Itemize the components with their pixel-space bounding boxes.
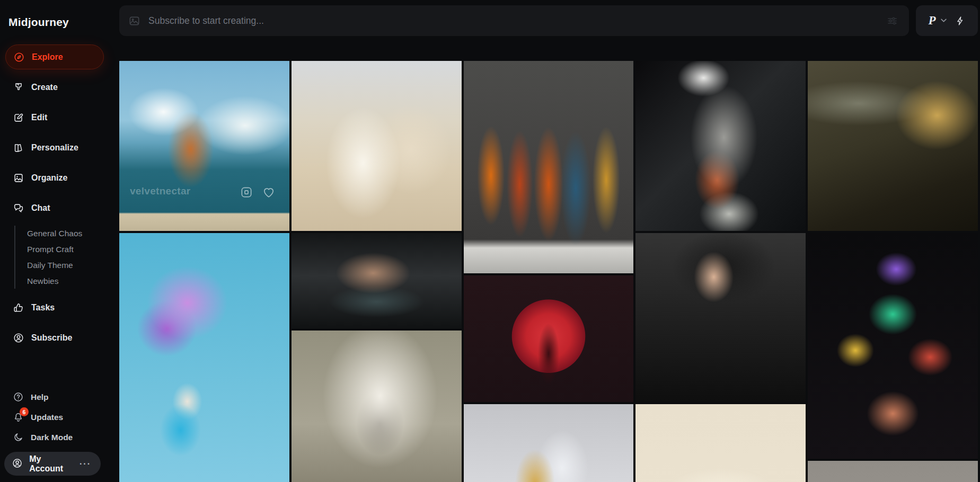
artwork-tile[interactable] (464, 61, 634, 273)
artwork-tile[interactable]: velvetnectar (119, 61, 289, 231)
sidebar-item-label: Subscribe (31, 333, 72, 343)
user-circle-icon (13, 332, 24, 344)
artwork-tile[interactable] (292, 233, 462, 328)
image-icon[interactable] (128, 15, 140, 27)
sidebar-item-label: Create (31, 83, 58, 92)
sidebar-item-label: Updates (31, 413, 63, 422)
tile-actions (240, 185, 276, 199)
sidebar: Midjourney Explore Create Edit Personali… (0, 0, 119, 482)
sidebar-footer: Help 6 Updates Dark Mode My Account ··· (0, 389, 119, 476)
sidebar-item-label: Personalize (31, 143, 78, 153)
user-circle-icon (12, 458, 23, 470)
artwork-tile[interactable] (635, 61, 806, 231)
artwork-tile[interactable] (808, 233, 978, 459)
main-content: P velvetnectar (119, 0, 980, 482)
my-account-button[interactable]: My Account ··· (4, 452, 101, 476)
chat-channel-general-chaos[interactable]: General Chaos (27, 228, 119, 239)
sliders-icon[interactable] (886, 15, 898, 27)
sidebar-item-personalize[interactable]: Personalize (5, 135, 104, 160)
sidebar-item-help[interactable]: Help (0, 389, 119, 405)
chat-channel-newbies[interactable]: Newbies (27, 275, 119, 287)
updates-badge: 6 (20, 407, 29, 416)
artwork-tile[interactable] (292, 331, 462, 482)
question-circle-icon (13, 391, 24, 403)
moon-icon (13, 432, 24, 443)
sidebar-item-explore[interactable]: Explore (5, 44, 104, 69)
chat-bubbles-icon (13, 202, 24, 214)
sidebar-item-label: Explore (32, 52, 63, 62)
sidebar-item-label: Edit (31, 113, 47, 122)
artwork-tile[interactable] (808, 461, 978, 482)
chat-channel-list: General Chaos Prompt Craft Daily Theme N… (14, 226, 119, 289)
my-account-label: My Account (29, 454, 73, 474)
artwork-tile[interactable] (635, 233, 806, 402)
artwork-tile[interactable] (119, 233, 289, 482)
gallery-column (635, 61, 806, 482)
sidebar-item-label: Tasks (31, 303, 55, 313)
gallery-column: velvetnectar (119, 61, 289, 482)
sidebar-item-tasks[interactable]: Tasks (5, 295, 104, 320)
sidebar-item-label: Help (31, 392, 49, 402)
app-title: Midjourney (8, 16, 119, 29)
chat-channel-daily-theme[interactable]: Daily Theme (27, 260, 119, 271)
more-options-icon[interactable]: ··· (80, 459, 91, 469)
artwork-tile[interactable] (808, 61, 978, 231)
frame-icon[interactable] (240, 185, 253, 199)
chevron-down-icon (941, 19, 947, 23)
sidebar-item-label: Organize (31, 173, 67, 183)
artwork-tile[interactable] (464, 404, 634, 482)
prompt-bar[interactable] (119, 5, 909, 36)
prompt-input[interactable] (148, 15, 878, 26)
thumbs-up-icon (13, 302, 24, 314)
gallery-column (292, 61, 462, 482)
sidebar-item-label: Chat (31, 203, 50, 213)
sidebar-item-updates[interactable]: 6 Updates (0, 409, 119, 425)
gallery-column (808, 61, 978, 482)
paintbrush-icon (13, 82, 24, 93)
chat-channel-prompt-craft[interactable]: Prompt Craft (27, 244, 119, 255)
sidebar-item-chat[interactable]: Chat (5, 195, 104, 220)
artwork-tile[interactable] (464, 275, 634, 402)
compass-icon (13, 51, 25, 63)
artwork-tile[interactable] (635, 404, 806, 482)
explore-gallery: velvetnectar (119, 61, 978, 482)
pages-icon (13, 142, 24, 154)
photo-icon (13, 172, 24, 184)
sidebar-item-subscribe[interactable]: Subscribe (5, 325, 104, 350)
lightning-icon[interactable] (955, 15, 966, 26)
sidebar-item-create[interactable]: Create (5, 75, 104, 100)
sidebar-item-dark-mode[interactable]: Dark Mode (0, 429, 119, 445)
sidebar-nav: Explore Create Edit Personalize Organize (0, 44, 119, 350)
pencil-square-icon (13, 112, 24, 123)
sidebar-item-organize[interactable]: Organize (5, 165, 104, 190)
topbar: P (119, 5, 978, 36)
sidebar-item-edit[interactable]: Edit (5, 105, 104, 130)
artwork-tile[interactable] (292, 61, 462, 231)
gallery-column (464, 61, 634, 482)
sidebar-item-label: Dark Mode (31, 433, 73, 442)
profile-button[interactable]: P (916, 5, 978, 36)
heart-icon[interactable] (262, 185, 276, 199)
creator-watermark: velvetnectar (130, 185, 191, 197)
profile-initial: P (928, 14, 935, 28)
